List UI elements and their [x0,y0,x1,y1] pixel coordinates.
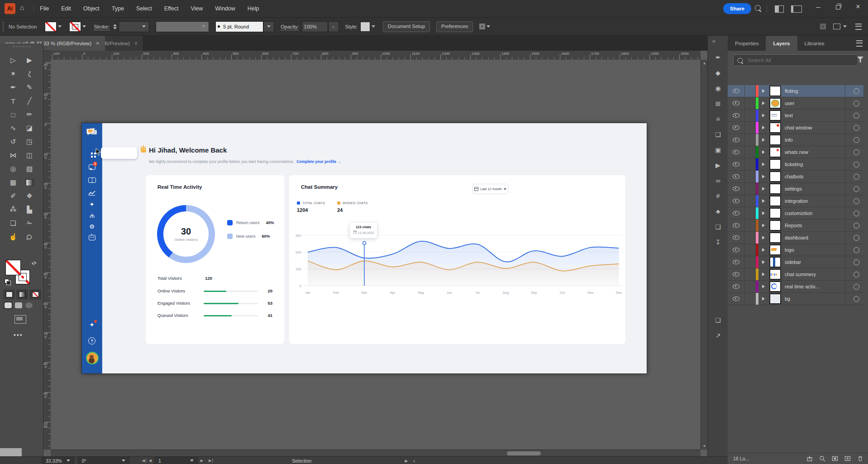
expand-chevron-icon[interactable] [762,297,767,301]
visibility-eye-icon[interactable] [728,85,745,97]
rectangle-tool[interactable]: □ [5,108,21,121]
lock-cell[interactable] [745,158,756,170]
visibility-eye-icon[interactable] [728,183,745,195]
layer-name[interactable]: bg [785,296,845,301]
layer-name[interactable]: integration [785,198,845,204]
expand-chevron-icon[interactable] [762,89,767,93]
scrollbar-thumb[interactable] [507,451,541,455]
opacity-field[interactable]: 100% [302,21,328,32]
sidebar-item-reports[interactable] [82,189,102,197]
visibility-eye-icon[interactable] [728,268,745,280]
layer-thumbnail[interactable] [769,122,781,133]
line-segment-tool[interactable]: ╱ [21,94,38,108]
gradient-tool[interactable] [21,176,38,189]
eraser-tool[interactable]: ◪ [21,121,38,135]
menu-edit[interactable]: Edit [61,5,71,12]
lock-cell[interactable] [745,293,756,305]
vertical-ruler[interactable]: 2001000100200300400500600700800900100011… [43,60,51,450]
layer-row[interactable]: info [728,134,863,146]
chevron-down-icon[interactable] [82,25,86,29]
scroll-down-icon[interactable]: ▼ [701,444,708,448]
target-circle-icon[interactable] [854,174,859,180]
layer-row[interactable]: text [728,110,863,122]
layer-name[interactable]: text [785,113,845,118]
visibility-eye-icon[interactable] [728,171,745,182]
collapse-strip-icon[interactable]: ‹ [410,458,418,464]
lock-cell[interactable] [745,122,756,134]
drag-handle[interactable] [3,22,5,32]
layer-thumbnail[interactable] [769,232,781,243]
layer-row[interactable]: whats new [728,146,863,158]
perspective-grid-tool[interactable]: ▨ [21,162,38,176]
brush-definition-dropdown[interactable] [156,21,209,32]
artboard-tool[interactable]: ❏ [5,216,21,230]
layer-row[interactable]: chat summery [728,268,863,281]
new-layer-icon[interactable] [844,455,851,462]
visibility-eye-icon[interactable] [728,220,745,231]
layer-row[interactable]: integration [728,195,863,207]
mesh-tool[interactable]: ▦ [5,176,21,189]
visibility-eye-icon[interactable] [728,207,745,219]
layer-name[interactable]: dashboard [785,235,845,240]
lock-cell[interactable] [745,85,756,97]
pen-tool[interactable]: ✒ [5,81,21,94]
lasso-tool[interactable]: ζ [21,67,38,81]
stroke-swatch[interactable] [69,22,81,32]
tab-properties[interactable]: Properties [728,36,766,51]
layer-name[interactable]: real time activ... [785,284,845,289]
user-avatar[interactable] [86,352,99,364]
next-artboard-icon[interactable]: ▶ [198,459,206,463]
expand-chevron-icon[interactable] [762,224,767,227]
restore-window-button[interactable] [828,0,848,14]
target-circle-icon[interactable] [854,198,859,204]
layer-name[interactable]: sidebar [785,259,845,265]
artboard[interactable]: 2 ✦ Ψ ⚙ ✦ ? Hi Jihad, Welc [82,123,647,373]
width-tool[interactable]: ⋈ [5,148,21,162]
blend-tool[interactable]: ❖ [21,189,38,203]
workspace-grid-icon[interactable] [820,24,826,29]
tab-layers[interactable]: Layers [766,36,797,51]
copies-panel-icon[interactable]: ❏ [708,316,728,324]
lock-cell[interactable] [745,183,756,195]
stroke-weight-field[interactable] [119,21,149,32]
symbol-sprayer-tool[interactable]: ⁂ [5,203,21,216]
stroke-label[interactable]: Stroke: [94,24,110,29]
gradient-button[interactable] [17,290,28,299]
visibility-eye-icon[interactable] [728,146,745,158]
lock-cell[interactable] [745,281,756,292]
last-artboard-icon[interactable]: ▶ [206,459,213,463]
magic-wand-tool[interactable]: ✶ [5,67,21,81]
color-panel-icon[interactable]: ✒ [708,54,728,61]
sidebar-item-settings[interactable]: ⚙ [82,223,102,230]
expand-chevron-icon[interactable] [762,126,767,129]
sidebar-item-chatbots[interactable] [82,234,102,242]
expand-chevron-icon[interactable] [762,211,767,215]
panel-layout-icon[interactable] [791,5,802,13]
layer-row[interactable]: dashboard [728,232,863,244]
expand-chevron-icon[interactable] [762,175,767,178]
lock-cell[interactable] [745,195,756,207]
locate-object-icon[interactable] [819,455,825,462]
tab-libraries[interactable]: Libraries [797,36,832,51]
opacity-expand-button[interactable]: › [328,21,339,32]
layer-row[interactable]: ticketing [728,158,863,171]
scale-tool[interactable]: ◳ [21,135,38,148]
layer-thumbnail[interactable] [769,208,781,219]
expand-chevron-icon[interactable] [762,150,767,154]
transparency-panel-icon[interactable]: # [708,192,728,200]
fill-proxy-swatch[interactable] [5,260,21,275]
visibility-eye-icon[interactable] [728,97,745,109]
asset-export-panel-icon[interactable]: ↧ [708,239,728,246]
lock-cell[interactable] [745,110,756,121]
expand-panels-icon[interactable]: « [712,38,715,44]
layer-thumbnail[interactable] [769,110,781,121]
edit-toolbar-ellipsis-icon[interactable]: ••• [14,331,23,339]
preferences-button[interactable]: Preferences [436,21,473,32]
first-artboard-icon[interactable]: ◀ [139,459,146,463]
menu-view[interactable]: View [191,5,203,12]
selection-tool[interactable]: ▶ [21,53,38,67]
layer-name[interactable]: ticketing [785,162,845,167]
target-circle-icon[interactable] [854,247,859,253]
layer-name[interactable]: customiztion [785,210,845,216]
artboards-panel-icon[interactable]: ❏ [708,223,728,230]
